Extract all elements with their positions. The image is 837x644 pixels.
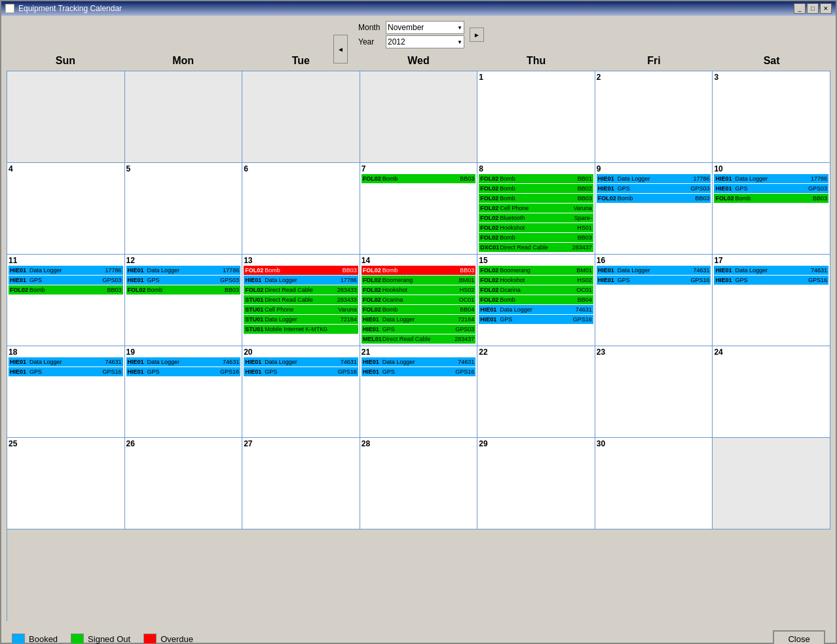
event-item[interactable]: HIE01GPSGPS16 [9, 367, 123, 376]
event-item[interactable]: FOL02BombBB03 [714, 194, 828, 203]
event-item[interactable]: FOL02HookshotHS02 [362, 285, 476, 295]
calendar-cell[interactable]: 20HIE01Data Logger74631HIE01GPSGPS16 [242, 346, 360, 438]
calendar-cell[interactable]: 30 [595, 438, 713, 529]
calendar-cell[interactable]: 6 [242, 163, 360, 255]
calendar-cell[interactable]: 27 [242, 438, 360, 529]
close-button[interactable]: Close [773, 630, 825, 644]
calendar-cell[interactable]: 8FOL02BombBB01FOL02BombBB02FOL02BombBB03… [477, 163, 595, 255]
event-item[interactable]: HIE01Data Logger72184 [362, 315, 476, 324]
calendar-cell[interactable]: 28 [360, 438, 478, 529]
calendar-cell[interactable]: 13FOL02BombBB03HIE01Data Logger17786FOL0… [242, 255, 360, 346]
calendar-cell[interactable]: 17HIE01Data Logger74631HIE01GPSGPS16 [713, 255, 830, 346]
next-month-button[interactable]: ► [470, 27, 484, 42]
event-item[interactable]: FOL02BombBB03 [479, 194, 593, 203]
calendar-cell[interactable]: 5 [125, 163, 243, 255]
year-dropdown[interactable]: 2012 ▼ [386, 35, 464, 48]
event-item[interactable]: FOL02BombBB03 [362, 266, 476, 275]
event-item[interactable]: HIE01Data Logger74631 [244, 357, 358, 367]
event-item[interactable]: FOL02BoomerangBM01 [479, 266, 593, 275]
event-item[interactable]: FOL02HookshotHS02 [479, 276, 593, 285]
event-item[interactable]: HIE01Data Logger17786 [244, 276, 358, 285]
calendar-cell[interactable] [713, 438, 830, 529]
calendar-cell[interactable]: 9HIE01Data Logger17786HIE01GPSGPS03FOL02… [595, 163, 713, 255]
calendar-cell[interactable]: 14FOL02BombBB03FOL02BoomerangBM01FOL02Ho… [360, 255, 478, 346]
calendar-cell[interactable]: 23 [595, 346, 713, 438]
event-item[interactable]: FOL02Cell PhoneVaruna [479, 204, 593, 213]
event-item[interactable]: HIE01Data Logger74631 [479, 305, 593, 314]
event-item[interactable]: DXC01Direct Read Cable283437 [479, 243, 593, 252]
event-item[interactable]: FOL02BombBB02 [479, 184, 593, 193]
event-item[interactable]: HIE01GPSGPS16 [126, 367, 241, 376]
calendar-cell[interactable]: 1 [477, 71, 595, 163]
event-item[interactable]: FOL02BombBB04 [479, 295, 593, 304]
calendar-cell[interactable] [125, 71, 243, 163]
event-item[interactable]: HIE01GPSGPS03 [362, 325, 476, 334]
event-item[interactable]: STU01Mobile Internet K-MTK04 [244, 325, 358, 334]
calendar-cell[interactable]: 3 [713, 71, 830, 163]
calendar-cell[interactable]: 26 [125, 438, 243, 529]
calendar-cell[interactable]: 12HIE01Data Logger17786HIE01GPSGPS03FOL0… [125, 255, 243, 346]
event-item[interactable]: HIE01Data Logger74631 [9, 357, 123, 367]
calendar-cell[interactable]: 15FOL02BoomerangBM01FOL02HookshotHS02FOL… [477, 255, 595, 346]
event-item[interactable]: FOL02BombBB01 [479, 174, 593, 183]
calendar-cell[interactable]: 2 [595, 71, 713, 163]
close-window-button[interactable]: ✕ [820, 3, 832, 14]
event-item[interactable]: HIE01GPSGPS03 [714, 184, 828, 193]
calendar-cell[interactable]: 29 [477, 438, 595, 529]
calendar-cell[interactable]: 4 [7, 163, 125, 255]
calendar-cell[interactable]: 10HIE01Data Logger17786HIE01GPSGPS03FOL0… [713, 163, 830, 255]
month-dropdown[interactable]: November ▼ [386, 21, 464, 34]
maximize-button[interactable]: □ [807, 3, 819, 14]
event-item[interactable]: HIE01GPSGPS03 [597, 184, 711, 193]
prev-month-button[interactable]: ◄ [333, 35, 348, 63]
event-item[interactable]: HIE01Data Logger74631 [362, 357, 476, 367]
event-item[interactable]: FOL02BluetoothSpare- [479, 213, 593, 223]
calendar-cell[interactable] [7, 71, 125, 163]
calendar-cell[interactable] [242, 71, 360, 163]
calendar-cell[interactable] [360, 71, 478, 163]
calendar-cell[interactable]: 22 [477, 346, 595, 438]
event-item[interactable]: HIE01GPSGPS16 [244, 367, 358, 376]
event-item[interactable]: HIE01Data Logger74631 [126, 357, 241, 367]
event-item[interactable]: STU01Direct Read Cable283433 [244, 295, 358, 304]
calendar-cell[interactable]: 16HIE01Data Logger74631HIE01GPSGPS16 [595, 255, 713, 346]
event-item[interactable]: HIE01Data Logger17786 [126, 266, 241, 275]
event-item[interactable]: HIE01GPSGPS16 [597, 276, 711, 285]
calendar-cell[interactable]: 18HIE01Data Logger74631HIE01GPSGPS16 [7, 346, 125, 438]
event-item[interactable]: HIE01Data Logger17786 [9, 266, 123, 275]
event-item[interactable]: FOL02OcarinaOC01 [479, 285, 593, 295]
event-item[interactable]: STU01Data Logger72184 [244, 315, 358, 324]
event-item[interactable]: FOL02BombBB03 [9, 285, 123, 295]
event-id: 17786 [798, 175, 827, 183]
calendar-cell[interactable]: 24 [713, 346, 830, 438]
event-entity: HIE01 [245, 358, 265, 366]
calendar-cell[interactable]: 7FOL02BombBB03 [360, 163, 478, 255]
calendar-cell[interactable]: 19HIE01Data Logger74631HIE01GPSGPS16 [125, 346, 243, 438]
event-item[interactable]: HIE01Data Logger17786 [714, 174, 828, 183]
event-item[interactable]: FOL02BombBB03 [126, 285, 241, 295]
event-item[interactable]: HIE01GPSGPS16 [362, 367, 476, 376]
title-bar-controls[interactable]: _ □ ✕ [794, 3, 832, 14]
event-item[interactable]: HIE01Data Logger74631 [714, 266, 828, 275]
event-item[interactable]: FOL02OcarinaOC01 [362, 295, 476, 304]
event-item[interactable]: HIE01GPSGPS16 [714, 276, 828, 285]
calendar-cell[interactable]: 25 [7, 438, 125, 529]
event-item[interactable]: FOL02BombBB03 [597, 194, 711, 203]
event-item[interactable]: HIE01GPSGPS03 [9, 276, 123, 285]
event-item[interactable]: FOL02BoomerangBM01 [362, 276, 476, 285]
event-item[interactable]: HIE01GPSGPS03 [126, 276, 241, 285]
calendar-cell[interactable]: 11HIE01Data Logger17786HIE01GPSGPS03FOL0… [7, 255, 125, 346]
event-item[interactable]: MEL01Direct Read Cable283437 [362, 334, 476, 344]
event-item[interactable]: FOL02BombBB03 [479, 233, 593, 242]
event-item[interactable]: FOL02HookshotHS01 [479, 223, 593, 232]
event-item[interactable]: FOL02Direct Read Cable283433 [244, 285, 358, 295]
event-item[interactable]: HIE01Data Logger74631 [597, 266, 711, 275]
minimize-button[interactable]: _ [794, 3, 806, 14]
event-item[interactable]: HIE01GPSGPS16 [479, 315, 593, 324]
event-item[interactable]: FOL02BombBB03 [244, 266, 358, 275]
calendar-cell[interactable]: 21HIE01Data Logger74631HIE01GPSGPS16 [360, 346, 478, 438]
event-item[interactable]: HIE01Data Logger17786 [597, 174, 711, 183]
event-item[interactable]: STU01Cell PhoneVaruna [244, 305, 358, 314]
event-item[interactable]: FOL02BombBB03 [362, 174, 476, 183]
event-item[interactable]: FOL02BombBB04 [362, 305, 476, 314]
